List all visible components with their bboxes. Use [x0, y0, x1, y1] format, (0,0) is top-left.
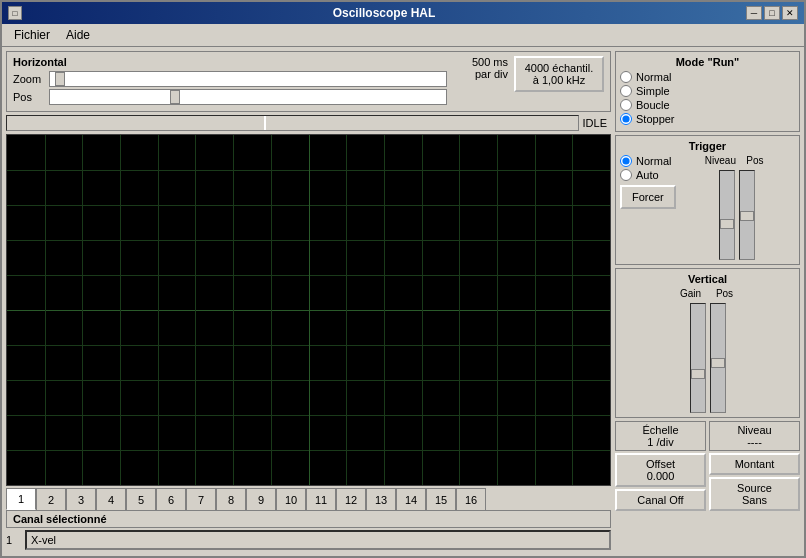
echelle-section: Échelle 1 /div	[615, 421, 706, 451]
title-bar-left: □	[8, 6, 22, 20]
offset-button[interactable]: Offset 0.000	[615, 453, 706, 487]
trigger-auto-radio[interactable]	[620, 169, 632, 181]
pos-col-label2: Pos	[710, 288, 740, 299]
channel-tab-11[interactable]: 11	[306, 488, 336, 510]
run-stopper-row: Stopper	[620, 113, 795, 125]
pos-col-label: Pos	[740, 155, 770, 166]
trigger-radios-col: Normal Auto Forcer	[620, 155, 676, 260]
sample-line1: 4000 échantil.	[525, 62, 594, 74]
right-panel: Mode "Run" Normal Simple Boucle Stopper	[615, 51, 800, 552]
time-display: 500 ms par div	[453, 56, 508, 80]
echelle-value: 1 /div	[620, 436, 701, 448]
run-mode-section: Mode "Run" Normal Simple Boucle Stopper	[615, 51, 800, 132]
run-simple-row: Simple	[620, 85, 795, 97]
main-window: □ Oscilloscope HAL ─ □ ✕ Fichier Aide Ho…	[0, 0, 806, 558]
run-boucle-label: Boucle	[636, 99, 670, 111]
menu-bar: Fichier Aide	[2, 24, 804, 47]
close-button[interactable]: ✕	[782, 6, 798, 20]
source-line2: Sans	[742, 494, 767, 506]
channel-tab-7[interactable]: 7	[186, 488, 216, 510]
title-buttons: ─ □ ✕	[746, 6, 798, 20]
trigger-auto-row: Auto	[620, 169, 676, 181]
pos-row: Pos	[13, 89, 447, 105]
zoom-row: Zoom	[13, 71, 447, 87]
gain-slider[interactable]	[690, 303, 706, 413]
window-title: Oscilloscope HAL	[22, 6, 746, 20]
montant-button[interactable]: Montant	[709, 453, 800, 475]
bottom-buttons: Échelle 1 /div Offset 0.000 Canal Off Ni…	[615, 421, 800, 511]
channel-tab-9[interactable]: 9	[246, 488, 276, 510]
trigger-normal-label: Normal	[636, 155, 671, 167]
maximize-button[interactable]: □	[764, 6, 780, 20]
timeline-bar: IDLE	[6, 115, 611, 131]
channel-tab-6[interactable]: 6	[156, 488, 186, 510]
trigger-content: Normal Auto Forcer Niveau Pos	[620, 155, 795, 260]
channel-tab-3[interactable]: 3	[66, 488, 96, 510]
channel-tab-4[interactable]: 4	[96, 488, 126, 510]
vertical-sliders	[620, 303, 795, 413]
channel-tab-16[interactable]: 16	[456, 488, 486, 510]
niveau-slider[interactable]	[719, 170, 735, 260]
offset-value: 0.000	[647, 470, 675, 482]
channel-input-row: 1	[6, 528, 611, 552]
channel-tab-5[interactable]: 5	[126, 488, 156, 510]
channel-signal-input[interactable]	[25, 530, 611, 550]
niveau-section: Niveau ----	[709, 421, 800, 451]
main-content: Horizontal Zoom Pos	[2, 47, 804, 556]
left-panel: Horizontal Zoom Pos	[6, 51, 611, 552]
timeline-track[interactable]	[6, 115, 579, 131]
channel-tab-13[interactable]: 13	[366, 488, 396, 510]
minimize-button[interactable]: ─	[746, 6, 762, 20]
vertical-section: Vertical Gain Pos	[615, 268, 800, 418]
channel-tab-10[interactable]: 10	[276, 488, 306, 510]
channel-number: 1	[6, 534, 21, 546]
horizontal-section: Horizontal Zoom Pos	[6, 51, 611, 112]
run-normal-label: Normal	[636, 71, 671, 83]
run-mode-title: Mode "Run"	[620, 56, 795, 68]
menu-fichier[interactable]: Fichier	[6, 26, 58, 44]
pos-trigger-slider[interactable]	[739, 170, 755, 260]
time-unit: par div	[475, 68, 508, 80]
canal-off-button[interactable]: Canal Off	[615, 489, 706, 511]
channel-tab-2[interactable]: 2	[36, 488, 66, 510]
run-simple-radio[interactable]	[620, 85, 632, 97]
channel-tab-12[interactable]: 12	[336, 488, 366, 510]
window-icon[interactable]: □	[8, 6, 22, 20]
trigger-auto-label: Auto	[636, 169, 659, 181]
trigger-normal-row: Normal	[620, 155, 676, 167]
time-value: 500 ms	[472, 56, 508, 68]
run-normal-row: Normal	[620, 71, 795, 83]
oscilloscope-grid	[7, 135, 610, 485]
run-stopper-label: Stopper	[636, 113, 675, 125]
vertical-pos-slider[interactable]	[710, 303, 726, 413]
niveau-col-label: Niveau	[705, 155, 736, 166]
channel-tab-1[interactable]: 1	[6, 488, 36, 510]
echelle-label: Échelle	[620, 424, 701, 436]
pos-slider[interactable]	[49, 89, 447, 105]
channel-tab-8[interactable]: 8	[216, 488, 246, 510]
offset-label: Offset	[646, 458, 675, 470]
trigger-slider-labels: Niveau Pos	[680, 155, 795, 166]
run-boucle-row: Boucle	[620, 99, 795, 111]
channel-area: 1 2 3 4 5 6 7 8 9 10 11 12 13 14 15 16	[6, 486, 611, 552]
run-normal-radio[interactable]	[620, 71, 632, 83]
menu-aide[interactable]: Aide	[58, 26, 98, 44]
source-button[interactable]: Source Sans	[709, 477, 800, 511]
niveau-bottom-value: ----	[714, 436, 795, 448]
zoom-slider[interactable]	[49, 71, 447, 87]
forcer-button[interactable]: Forcer	[620, 185, 676, 209]
vertical-labels: Gain Pos	[620, 288, 795, 299]
run-boucle-radio[interactable]	[620, 99, 632, 111]
oscilloscope-display	[6, 134, 611, 486]
trigger-sliders	[680, 170, 795, 260]
left-bottom-col: Échelle 1 /div Offset 0.000 Canal Off	[615, 421, 706, 511]
channel-tab-14[interactable]: 14	[396, 488, 426, 510]
pos-label: Pos	[13, 91, 43, 103]
horizontal-title: Horizontal	[13, 56, 447, 68]
sample-button[interactable]: 4000 échantil. à 1,00 kHz	[514, 56, 604, 92]
trigger-normal-radio[interactable]	[620, 155, 632, 167]
run-stopper-radio[interactable]	[620, 113, 632, 125]
channel-tab-15[interactable]: 15	[426, 488, 456, 510]
zoom-label: Zoom	[13, 73, 43, 85]
run-simple-label: Simple	[636, 85, 670, 97]
